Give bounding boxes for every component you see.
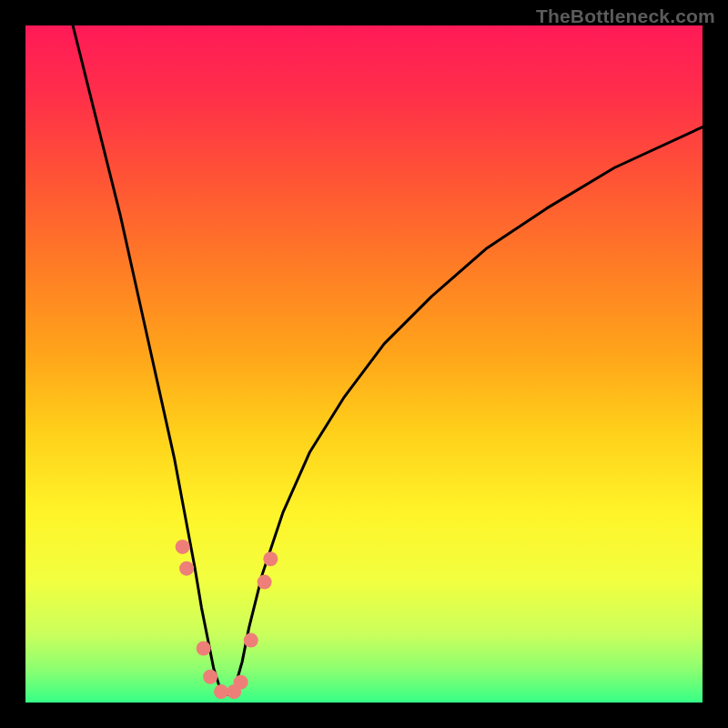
data-marker — [179, 561, 194, 576]
data-marker — [263, 551, 278, 566]
data-marker — [258, 575, 272, 590]
outer-frame: TheBottleneck.com — [0, 0, 728, 728]
data-marker — [244, 633, 258, 648]
data-marker — [197, 641, 211, 655]
data-marker — [234, 675, 248, 690]
data-marker — [203, 670, 217, 684]
plot-area — [25, 25, 703, 703]
data-marker — [176, 540, 190, 554]
gradient-background — [25, 25, 703, 703]
watermark-text: TheBottleneck.com — [536, 5, 715, 27]
chart-svg — [25, 25, 703, 703]
data-marker — [214, 684, 228, 699]
